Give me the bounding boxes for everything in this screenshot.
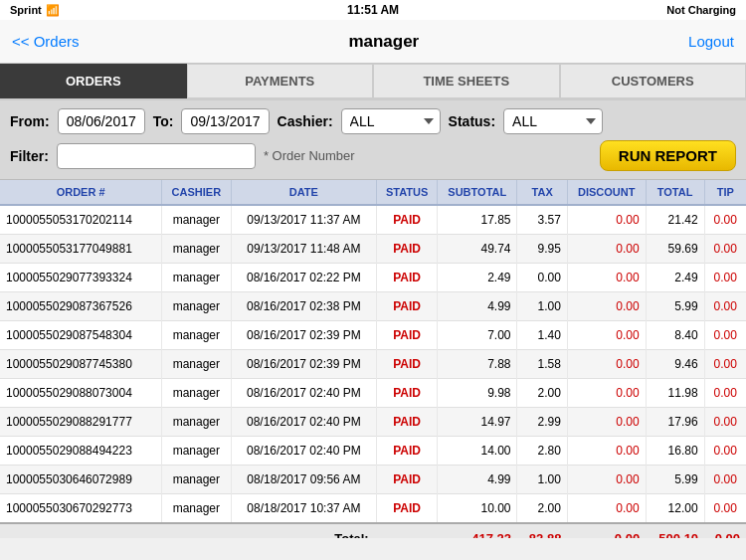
cell-tax: 1.00 (517, 292, 567, 321)
to-date[interactable]: 09/13/2017 (181, 108, 269, 134)
table-row[interactable]: 1000055029088073004 manager 08/16/2017 0… (0, 379, 746, 408)
wifi-icon: 📶 (46, 4, 60, 17)
totals-tip: 0.00 (704, 523, 746, 538)
cell-order: 1000055029088291777 (0, 408, 162, 437)
filter-input[interactable] (57, 143, 256, 169)
cell-tax: 2.00 (517, 494, 567, 524)
logout-button[interactable]: Logout (688, 33, 734, 50)
cell-date: 08/16/2017 02:39 PM (231, 321, 377, 350)
cell-tax: 2.99 (517, 408, 567, 437)
cashier-select[interactable]: ALL (341, 108, 441, 134)
cell-order: 1000055029087367526 (0, 292, 162, 321)
tab-bar: ORDERS PAYMENTS TIME SHEETS CUSTOMERS (0, 64, 746, 100)
cell-discount: 0.00 (567, 494, 646, 524)
cell-discount: 0.00 (567, 408, 646, 437)
filter-bar: From: 08/06/2017 To: 09/13/2017 Cashier:… (0, 100, 746, 180)
tab-timesheets[interactable]: TIME SHEETS (373, 64, 560, 98)
cell-tip: 0.00 (704, 350, 746, 379)
tab-orders[interactable]: ORDERS (0, 64, 187, 98)
tab-payments[interactable]: PAYMENTS (187, 64, 374, 98)
cell-cashier: manager (162, 264, 231, 292)
col-order-num: ORDER # (0, 180, 162, 205)
filter-hint: * Order Number (264, 148, 355, 163)
table-row[interactable]: 1000055030646072989 manager 08/18/2017 0… (0, 466, 746, 494)
tab-customers[interactable]: CUSTOMERS (560, 64, 747, 98)
table-row[interactable]: 1000055053170202114 manager 09/13/2017 1… (0, 205, 746, 235)
cell-discount: 0.00 (567, 205, 646, 235)
cell-order: 1000055029087745380 (0, 350, 162, 379)
table-row[interactable]: 1000055029077393324 manager 08/16/2017 0… (0, 264, 746, 292)
cell-date: 09/13/2017 11:48 AM (231, 235, 377, 264)
cell-subtotal: 14.97 (438, 408, 517, 437)
cell-tax: 2.00 (517, 379, 567, 408)
table-row[interactable]: 1000055029087367526 manager 08/16/2017 0… (0, 292, 746, 321)
cell-subtotal: 10.00 (438, 494, 517, 524)
cell-tip: 0.00 (704, 466, 746, 494)
cell-cashier: manager (162, 292, 231, 321)
run-report-button[interactable]: RUN REPORT (600, 140, 736, 171)
cell-tip: 0.00 (704, 494, 746, 524)
totals-total: 500.10 (646, 523, 704, 538)
cell-date: 08/16/2017 02:39 PM (231, 350, 377, 379)
table-row[interactable]: 1000055029087548304 manager 08/16/2017 0… (0, 321, 746, 350)
cell-subtotal: 2.49 (438, 264, 517, 292)
cell-status: PAID (377, 264, 438, 292)
cell-order: 1000055029087548304 (0, 321, 162, 350)
cell-subtotal: 7.00 (438, 321, 517, 350)
table-row[interactable]: 1000055029087745380 manager 08/16/2017 0… (0, 350, 746, 379)
cell-order: 1000055029088494223 (0, 437, 162, 466)
cell-status: PAID (377, 379, 438, 408)
nav-bar: << Orders manager Logout (0, 20, 746, 64)
col-status: STATUS (377, 180, 438, 205)
status-bar-left: Sprint 📶 (10, 4, 60, 17)
cell-date: 08/18/2017 10:37 AM (231, 494, 377, 524)
cell-subtotal: 49.74 (438, 235, 517, 264)
cell-tax: 9.95 (517, 235, 567, 264)
table-row[interactable]: 1000055053177049881 manager 09/13/2017 1… (0, 235, 746, 264)
cell-tip: 0.00 (704, 379, 746, 408)
cell-order: 1000055029088073004 (0, 379, 162, 408)
cell-discount: 0.00 (567, 466, 646, 494)
cell-order: 1000055053170202114 (0, 205, 162, 235)
table-row[interactable]: 1000055029088291777 manager 08/16/2017 0… (0, 408, 746, 437)
cell-tax: 1.58 (517, 350, 567, 379)
carrier-label: Sprint (10, 4, 42, 16)
cell-date: 08/18/2017 09:56 AM (231, 466, 377, 494)
totals-tax: 82.88 (517, 523, 567, 538)
status-bar: Sprint 📶 11:51 AM Not Charging (0, 0, 746, 20)
col-discount: DISCOUNT (567, 180, 646, 205)
col-subtotal: SUBTOTAL (438, 180, 517, 205)
orders-table-container: ORDER # CASHIER DATE STATUS SUBTOTAL TAX… (0, 180, 746, 538)
cell-discount: 0.00 (567, 379, 646, 408)
totals-discount: 0.00 (567, 523, 646, 538)
cell-discount: 0.00 (567, 292, 646, 321)
back-button[interactable]: << Orders (12, 33, 80, 50)
table-row[interactable]: 1000055029088494223 manager 08/16/2017 0… (0, 437, 746, 466)
totals-subtotal: 417.22 (438, 523, 517, 538)
cell-total: 9.46 (646, 350, 704, 379)
cell-discount: 0.00 (567, 321, 646, 350)
status-select[interactable]: ALL (503, 108, 603, 134)
cell-status: PAID (377, 466, 438, 494)
cell-tax: 3.57 (517, 205, 567, 235)
cell-tax: 0.00 (517, 264, 567, 292)
cell-order: 1000055030670292773 (0, 494, 162, 524)
table-row[interactable]: 1000055030670292773 manager 08/18/2017 1… (0, 494, 746, 524)
cell-cashier: manager (162, 235, 231, 264)
cell-status: PAID (377, 350, 438, 379)
cell-subtotal: 9.98 (438, 379, 517, 408)
cell-order: 1000055053177049881 (0, 235, 162, 264)
cell-tip: 0.00 (704, 264, 746, 292)
cell-status: PAID (377, 292, 438, 321)
cell-tax: 1.00 (517, 466, 567, 494)
cell-tip: 0.00 (704, 408, 746, 437)
from-date[interactable]: 08/06/2017 (58, 108, 145, 134)
cell-cashier: manager (162, 350, 231, 379)
cell-subtotal: 7.88 (438, 350, 517, 379)
cell-status: PAID (377, 205, 438, 235)
cell-date: 08/16/2017 02:38 PM (231, 292, 377, 321)
cell-cashier: manager (162, 321, 231, 350)
cell-date: 08/16/2017 02:22 PM (231, 264, 377, 292)
cell-status: PAID (377, 235, 438, 264)
table-body: 1000055053170202114 manager 09/13/2017 1… (0, 205, 746, 523)
